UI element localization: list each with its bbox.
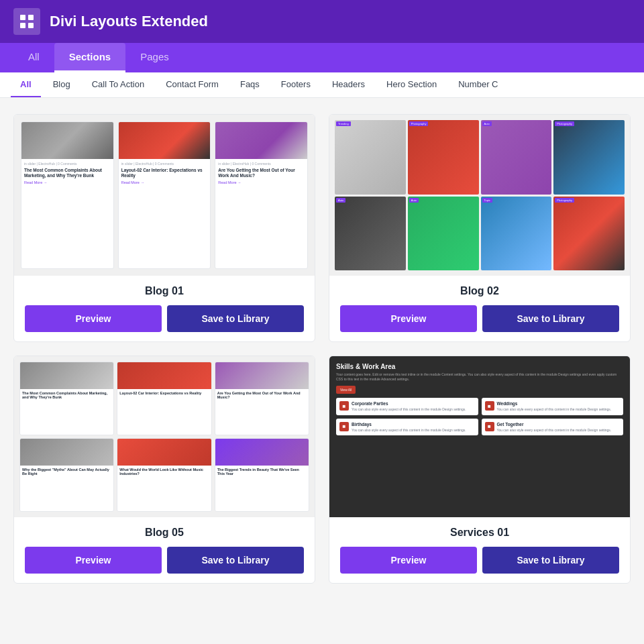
- card-blog05-footer: Blog 05 Preview Save to Library: [14, 517, 315, 583]
- blog02-item-6: Auto: [408, 197, 479, 271]
- filter-footers[interactable]: Footers: [272, 72, 320, 97]
- blog01-img-1: [21, 122, 113, 159]
- services01-card-3: ■ Birthdays You can also style every asp…: [336, 419, 478, 436]
- card-services01-actions: Preview Save to Library: [340, 547, 619, 574]
- blog01-img-2: [119, 122, 211, 159]
- services01-cards-grid: ■ Corporate Parties You can also style e…: [336, 398, 623, 435]
- tab-pages[interactable]: Pages: [125, 43, 184, 72]
- services01-desc: Your content goes here. Edit or remove t…: [336, 372, 623, 382]
- app-logo-icon: [13, 8, 40, 35]
- blog02-item-8: Photography: [553, 197, 625, 271]
- card-blog02: Trending Photography Auto Photography Au…: [329, 114, 631, 342]
- blog01-article-3: in slider | ElectroHub | 0 Comments Are …: [215, 121, 308, 269]
- services01-save-button[interactable]: Save to Library: [482, 547, 619, 574]
- blog05-article-4: Why the Biggest "Myths" About Can May Ac…: [19, 438, 114, 512]
- card-blog02-actions: Preview Save to Library: [340, 305, 619, 332]
- services01-icon-2: ■: [485, 401, 494, 411]
- tab-sections[interactable]: Sections: [54, 43, 126, 72]
- card-blog01-footer: Blog 01 Preview Save to Library: [14, 276, 315, 341]
- blog01-article-1: in slider | ElectroHub | 0 Comments The …: [21, 121, 114, 269]
- services01-icon-3: ■: [339, 422, 349, 431]
- app-header: Divi Layouts Extended: [0, 0, 644, 43]
- blog05-article-5: What Would the World Look Like Without M…: [117, 438, 211, 512]
- card-services01: Skills & Work Area Your content goes her…: [329, 356, 631, 584]
- filter-bar: All Blog Call To Action Contact Form Faq…: [0, 72, 644, 98]
- card-blog01-name: Blog 01: [25, 285, 304, 297]
- services01-viewall: View All: [336, 386, 356, 394]
- filter-contact[interactable]: Contact Form: [156, 72, 228, 97]
- services01-layout: Skills & Work Area Your content goes her…: [329, 356, 630, 517]
- card-blog01: in slider | ElectroHub | 0 Comments The …: [13, 114, 315, 342]
- blog02-save-button[interactable]: Save to Library: [482, 305, 619, 332]
- blog01-layout: in slider | ElectroHub | 0 Comments The …: [14, 115, 315, 276]
- tab-all[interactable]: All: [13, 43, 54, 72]
- services01-preview-button[interactable]: Preview: [340, 547, 477, 574]
- blog02-item-3: Auto: [481, 120, 552, 195]
- filter-faqs[interactable]: Faqs: [231, 72, 269, 97]
- nav-tabs: All Sections Pages: [0, 43, 644, 72]
- card-services01-footer: Services 01 Preview Save to Library: [329, 517, 630, 583]
- services01-title: Skills & Work Area: [336, 363, 623, 370]
- blog05-article-3: Are You Getting the Most Out of Your Wor…: [215, 362, 309, 435]
- card-blog01-preview: in slider | ElectroHub | 0 Comments The …: [14, 115, 315, 276]
- card-blog01-actions: Preview Save to Library: [25, 305, 304, 332]
- svg-rect-0: [20, 15, 25, 20]
- card-blog05-name: Blog 05: [25, 527, 304, 539]
- card-blog05-preview: The Most Common Complaints About Marketi…: [14, 356, 315, 517]
- blog05-preview-button[interactable]: Preview: [25, 547, 162, 574]
- blog05-save-button[interactable]: Save to Library: [167, 547, 304, 574]
- services01-icon-4: ■: [485, 422, 494, 431]
- blog01-img-3: [215, 122, 307, 159]
- blog05-article-1: The Most Common Complaints About Marketi…: [19, 362, 114, 435]
- blog02-layout: Trending Photography Auto Photography Au…: [329, 115, 630, 276]
- blog01-article-2: in slider | ElectroHub | 0 Comments Layo…: [118, 121, 211, 269]
- services01-icon-1: ■: [339, 401, 349, 411]
- svg-rect-3: [28, 23, 34, 28]
- filter-all[interactable]: All: [11, 72, 41, 97]
- filter-headers[interactable]: Headers: [323, 72, 374, 97]
- filter-hero[interactable]: Hero Section: [377, 72, 446, 97]
- filter-blog[interactable]: Blog: [44, 72, 80, 97]
- blog05-article-6: The Biggest Trends in Beauty That We've …: [215, 438, 309, 512]
- blog01-preview-button[interactable]: Preview: [25, 305, 162, 332]
- blog05-layout: The Most Common Complaints About Marketi…: [14, 356, 315, 517]
- blog01-save-button[interactable]: Save to Library: [167, 305, 304, 332]
- card-blog05: The Most Common Complaints About Marketi…: [13, 356, 315, 584]
- svg-rect-1: [28, 15, 34, 20]
- blog02-item-4: Photography: [553, 120, 625, 195]
- card-services01-preview: Skills & Work Area Your content goes her…: [329, 356, 630, 517]
- cards-grid: in slider | ElectroHub | 0 Comments The …: [0, 98, 644, 600]
- filter-number[interactable]: Number C: [449, 72, 507, 97]
- svg-rect-2: [20, 23, 25, 28]
- blog02-item-1: Trending: [335, 120, 406, 195]
- card-blog02-name: Blog 02: [340, 285, 619, 297]
- app-title: Divi Layouts Extended: [50, 13, 208, 30]
- services01-card-4: ■ Get Together You can also style every …: [482, 419, 624, 436]
- services01-card-2: ■ Weddings You can also style every aspe…: [482, 398, 624, 415]
- card-blog02-footer: Blog 02 Preview Save to Library: [329, 276, 630, 341]
- blog02-item-5: Auto: [335, 197, 406, 271]
- services01-card-1: ■ Corporate Parties You can also style e…: [336, 398, 478, 415]
- filter-cta[interactable]: Call To Action: [83, 72, 154, 97]
- blog02-item-2: Photography: [408, 120, 479, 195]
- blog05-article-2: Layout-02 Car Interior: Expectations vs …: [117, 362, 211, 435]
- card-services01-name: Services 01: [340, 527, 619, 539]
- blog02-item-7: Topic: [481, 197, 552, 271]
- blog02-preview-button[interactable]: Preview: [340, 305, 477, 332]
- card-blog05-actions: Preview Save to Library: [25, 547, 304, 574]
- card-blog02-preview: Trending Photography Auto Photography Au…: [329, 115, 630, 276]
